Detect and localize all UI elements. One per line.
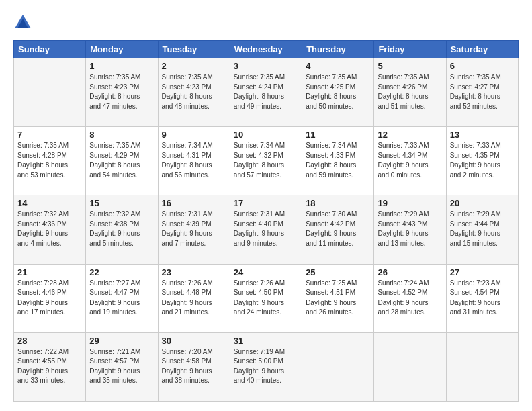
cell-content: Sunrise: 7:30 AMSunset: 4:42 PMDaylight:…: [306, 210, 370, 248]
calendar-cell: [374, 332, 446, 401]
calendar-cell: 1Sunrise: 7:35 AMSunset: 4:23 PMDaylight…: [86, 58, 158, 127]
cell-content: Sunrise: 7:35 AMSunset: 4:28 PMDaylight:…: [17, 141, 82, 180]
weekday-header-monday: Monday: [86, 41, 158, 58]
calendar-cell: 6Sunrise: 7:35 AMSunset: 4:27 PMDaylight…: [446, 58, 518, 127]
calendar-cell: 7Sunrise: 7:35 AMSunset: 4:28 PMDaylight…: [14, 127, 86, 195]
logo: [13, 15, 35, 34]
cell-content: Sunrise: 7:34 AMSunset: 4:33 PMDaylight:…: [306, 141, 370, 180]
calendar-cell: 16Sunrise: 7:31 AMSunset: 4:39 PMDayligh…: [158, 195, 230, 264]
calendar-cell: 23Sunrise: 7:26 AMSunset: 4:48 PMDayligh…: [158, 264, 230, 332]
cell-content: Sunrise: 7:24 AMSunset: 4:52 PMDaylight:…: [378, 279, 442, 318]
cell-content: Sunrise: 7:32 AMSunset: 4:36 PMDaylight:…: [17, 210, 82, 248]
day-number: 28: [17, 336, 82, 346]
cell-content: Sunrise: 7:34 AMSunset: 4:31 PMDaylight:…: [162, 141, 226, 180]
calendar-page: SundayMondayTuesdayWednesdayThursdayFrid…: [0, 0, 532, 411]
calendar-cell: 27Sunrise: 7:23 AMSunset: 4:54 PMDayligh…: [446, 264, 518, 332]
day-number: 29: [89, 336, 154, 346]
calendar-cell: 4Sunrise: 7:35 AMSunset: 4:25 PMDaylight…: [302, 58, 374, 127]
cell-content: Sunrise: 7:27 AMSunset: 4:47 PMDaylight:…: [89, 279, 154, 318]
calendar-cell: 30Sunrise: 7:20 AMSunset: 4:58 PMDayligh…: [158, 332, 230, 401]
day-number: 12: [378, 130, 442, 140]
weekday-header-saturday: Saturday: [446, 41, 518, 58]
day-number: 20: [450, 198, 515, 208]
calendar-cell: 2Sunrise: 7:35 AMSunset: 4:23 PMDaylight…: [158, 58, 230, 127]
week-row-4: 21Sunrise: 7:28 AMSunset: 4:46 PMDayligh…: [14, 264, 519, 332]
cell-content: Sunrise: 7:29 AMSunset: 4:43 PMDaylight:…: [378, 210, 442, 248]
week-row-2: 7Sunrise: 7:35 AMSunset: 4:28 PMDaylight…: [14, 127, 519, 195]
day-number: 21: [17, 267, 82, 277]
day-number: 19: [378, 198, 442, 208]
cell-content: Sunrise: 7:33 AMSunset: 4:35 PMDaylight:…: [450, 141, 515, 180]
day-number: 5: [378, 61, 442, 71]
cell-content: Sunrise: 7:23 AMSunset: 4:54 PMDaylight:…: [450, 279, 515, 318]
day-number: 15: [89, 198, 154, 208]
day-number: 10: [234, 130, 298, 140]
day-number: 6: [450, 61, 515, 71]
cell-content: Sunrise: 7:31 AMSunset: 4:39 PMDaylight:…: [162, 210, 226, 248]
logo-icon: [13, 13, 32, 32]
calendar-cell: [302, 332, 374, 401]
day-number: 18: [306, 198, 370, 208]
calendar-cell: 25Sunrise: 7:25 AMSunset: 4:51 PMDayligh…: [302, 264, 374, 332]
weekday-header-friday: Friday: [374, 41, 446, 58]
calendar-table: SundayMondayTuesdayWednesdayThursdayFrid…: [13, 40, 519, 402]
day-number: 16: [162, 198, 226, 208]
cell-content: Sunrise: 7:33 AMSunset: 4:34 PMDaylight:…: [378, 141, 442, 180]
day-number: 8: [89, 130, 154, 140]
calendar-cell: 31Sunrise: 7:19 AMSunset: 5:00 PMDayligh…: [230, 332, 302, 401]
cell-content: Sunrise: 7:35 AMSunset: 4:24 PMDaylight:…: [234, 73, 298, 111]
calendar-cell: 28Sunrise: 7:22 AMSunset: 4:55 PMDayligh…: [14, 332, 86, 401]
calendar-cell: 12Sunrise: 7:33 AMSunset: 4:34 PMDayligh…: [374, 127, 446, 195]
calendar-cell: 5Sunrise: 7:35 AMSunset: 4:26 PMDaylight…: [374, 58, 446, 127]
day-number: 2: [162, 61, 226, 71]
day-number: 7: [17, 130, 82, 140]
calendar-cell: [446, 332, 518, 401]
day-number: 11: [306, 130, 370, 140]
weekday-header-row: SundayMondayTuesdayWednesdayThursdayFrid…: [14, 41, 519, 58]
weekday-header-sunday: Sunday: [14, 41, 86, 58]
calendar-cell: 26Sunrise: 7:24 AMSunset: 4:52 PMDayligh…: [374, 264, 446, 332]
calendar-cell: 9Sunrise: 7:34 AMSunset: 4:31 PMDaylight…: [158, 127, 230, 195]
cell-content: Sunrise: 7:35 AMSunset: 4:26 PMDaylight:…: [378, 73, 442, 111]
cell-content: Sunrise: 7:35 AMSunset: 4:25 PMDaylight:…: [306, 73, 370, 111]
day-number: 31: [234, 336, 298, 346]
day-number: 1: [89, 61, 154, 71]
cell-content: Sunrise: 7:25 AMSunset: 4:51 PMDaylight:…: [306, 279, 370, 318]
week-row-1: 1Sunrise: 7:35 AMSunset: 4:23 PMDaylight…: [14, 58, 519, 127]
week-row-3: 14Sunrise: 7:32 AMSunset: 4:36 PMDayligh…: [14, 195, 519, 264]
calendar-cell: 10Sunrise: 7:34 AMSunset: 4:32 PMDayligh…: [230, 127, 302, 195]
calendar-cell: 8Sunrise: 7:35 AMSunset: 4:29 PMDaylight…: [86, 127, 158, 195]
cell-content: Sunrise: 7:26 AMSunset: 4:48 PMDaylight:…: [162, 279, 226, 318]
weekday-header-tuesday: Tuesday: [158, 41, 230, 58]
cell-content: Sunrise: 7:32 AMSunset: 4:38 PMDaylight:…: [89, 210, 154, 248]
calendar-cell: 15Sunrise: 7:32 AMSunset: 4:38 PMDayligh…: [86, 195, 158, 264]
cell-content: Sunrise: 7:31 AMSunset: 4:40 PMDaylight:…: [234, 210, 298, 248]
calendar-cell: 21Sunrise: 7:28 AMSunset: 4:46 PMDayligh…: [14, 264, 86, 332]
cell-content: Sunrise: 7:34 AMSunset: 4:32 PMDaylight:…: [234, 141, 298, 180]
day-number: 9: [162, 130, 226, 140]
cell-content: Sunrise: 7:35 AMSunset: 4:23 PMDaylight:…: [162, 73, 226, 111]
day-number: 27: [450, 267, 515, 277]
day-number: 3: [234, 61, 298, 71]
day-number: 24: [234, 267, 298, 277]
cell-content: Sunrise: 7:22 AMSunset: 4:55 PMDaylight:…: [17, 347, 82, 386]
calendar-cell: 22Sunrise: 7:27 AMSunset: 4:47 PMDayligh…: [86, 264, 158, 332]
calendar-cell: 18Sunrise: 7:30 AMSunset: 4:42 PMDayligh…: [302, 195, 374, 264]
day-number: 17: [234, 198, 298, 208]
calendar-cell: 14Sunrise: 7:32 AMSunset: 4:36 PMDayligh…: [14, 195, 86, 264]
day-number: 4: [306, 61, 370, 71]
weekday-header-wednesday: Wednesday: [230, 41, 302, 58]
day-number: 26: [378, 267, 442, 277]
cell-content: Sunrise: 7:35 AMSunset: 4:23 PMDaylight:…: [89, 73, 154, 111]
day-number: 13: [450, 130, 515, 140]
calendar-cell: [14, 58, 86, 127]
calendar-cell: 29Sunrise: 7:21 AMSunset: 4:57 PMDayligh…: [86, 332, 158, 401]
day-number: 23: [162, 267, 226, 277]
calendar-cell: 19Sunrise: 7:29 AMSunset: 4:43 PMDayligh…: [374, 195, 446, 264]
calendar-cell: 20Sunrise: 7:29 AMSunset: 4:44 PMDayligh…: [446, 195, 518, 264]
cell-content: Sunrise: 7:35 AMSunset: 4:29 PMDaylight:…: [89, 141, 154, 180]
cell-content: Sunrise: 7:19 AMSunset: 5:00 PMDaylight:…: [234, 347, 298, 386]
calendar-cell: 17Sunrise: 7:31 AMSunset: 4:40 PMDayligh…: [230, 195, 302, 264]
cell-content: Sunrise: 7:35 AMSunset: 4:27 PMDaylight:…: [450, 73, 515, 111]
cell-content: Sunrise: 7:28 AMSunset: 4:46 PMDaylight:…: [17, 279, 82, 318]
